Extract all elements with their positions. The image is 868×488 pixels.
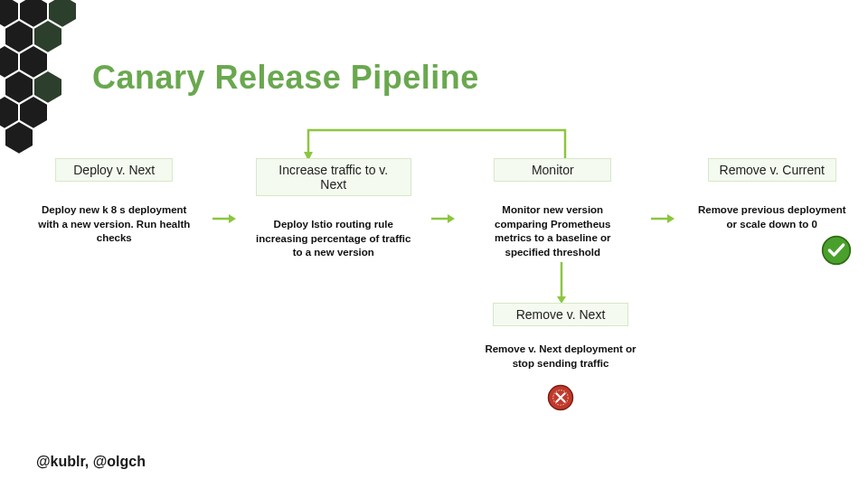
step-remove-vcurrent: Remove v. Current Remove previous deploy… [694, 158, 851, 231]
step-title: Remove v. Current [708, 158, 836, 182]
step-monitor: Monitor Monitor new version comparing Pr… [475, 158, 631, 259]
page-title: Canary Release Pipeline [92, 59, 479, 97]
arrow-right-icon [212, 212, 236, 225]
step-desc: Deploy new k 8 s deployment with a new v… [36, 203, 193, 246]
step-deploy-vnext: Deploy v. Next Deploy new k 8 s deployme… [36, 158, 193, 246]
step-remove-vnext: Remove v. Next Remove v. Next deployment… [466, 303, 656, 371]
step-title: Remove v. Next [493, 303, 628, 326]
footer-handles: @kublr, @olgch [36, 454, 146, 470]
step-increase-traffic: Increase traffic to v. Next Deploy Istio… [256, 158, 412, 260]
hex-decoration [0, 0, 86, 158]
step-desc: Monitor new version comparing Prometheus… [475, 203, 631, 259]
svg-marker-3 [229, 214, 236, 223]
svg-marker-5 [448, 214, 455, 223]
arrow-right-icon [431, 212, 455, 225]
arrow-right-icon [651, 212, 675, 225]
step-desc: Remove v. Next deployment or stop sendin… [475, 343, 646, 371]
x-circle-icon [547, 384, 574, 411]
step-desc: Deploy Istio routing rule increasing per… [256, 218, 412, 260]
step-title: Monitor [494, 158, 611, 182]
check-circle-icon [821, 235, 852, 266]
svg-marker-7 [667, 214, 675, 223]
step-desc: Remove previous deployment or scale down… [694, 203, 851, 231]
step-title: Increase traffic to v. Next [256, 158, 412, 196]
step-title: Deploy v. Next [55, 158, 173, 182]
pipeline-flow: Deploy v. Next Deploy new k 8 s deployme… [36, 158, 850, 260]
